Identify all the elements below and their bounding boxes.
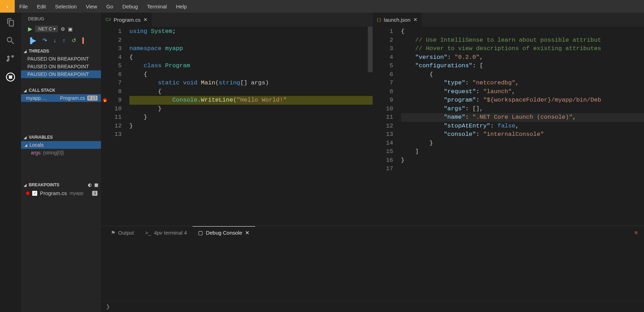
restart-icon[interactable]: ↺ bbox=[72, 37, 76, 44]
menu-view[interactable]: View bbox=[81, 0, 102, 13]
menu-debug[interactable]: Debug bbox=[118, 0, 142, 13]
breakpoints-header[interactable]: ◢BREAKPOINTS ◐▦ bbox=[21, 181, 101, 189]
panel-tabs: ⚑Output>_4pv terminal 4▢Debug Console✕≡ bbox=[101, 226, 644, 240]
json-icon: { } bbox=[377, 17, 381, 22]
minimap[interactable] bbox=[368, 27, 373, 72]
menubar: › FileEditSelectionViewGoDebugTerminalHe… bbox=[0, 0, 644, 13]
debug-console-input[interactable]: ❯ bbox=[101, 301, 644, 312]
bp-remove-icon[interactable]: ▦ bbox=[94, 182, 98, 187]
debug-sidebar: DEBUG ▶ .NET C ▾ ⚙ ▣ ▐▶ ↷ ↓ ↑ ↺ ◢THREADS… bbox=[21, 13, 101, 312]
files-icon[interactable] bbox=[5, 17, 16, 28]
close-icon[interactable]: ✕ bbox=[245, 230, 250, 236]
panel-body[interactable] bbox=[101, 240, 644, 301]
editor-pane-right: { } launch.json ✕ 1234567891011121314151… bbox=[373, 13, 644, 226]
bottom-panel: ⚑Output>_4pv terminal 4▢Debug Console✕≡ … bbox=[101, 226, 644, 312]
panel-tab-output[interactable]: ⚑Output bbox=[105, 226, 140, 239]
breakpoint-dot-icon bbox=[26, 192, 29, 195]
menu-terminal[interactable]: Terminal bbox=[142, 0, 171, 13]
gear-icon[interactable]: ⚙ bbox=[61, 26, 65, 32]
debug-actions: ▐▶ ↷ ↓ ↑ ↺ bbox=[21, 35, 101, 47]
menu-help[interactable]: Help bbox=[171, 0, 191, 13]
panel-tab-debug-console[interactable]: ▢Debug Console✕ bbox=[192, 226, 255, 239]
menu-file[interactable]: File bbox=[15, 0, 32, 13]
tab-launch-json[interactable]: { } launch.json ✕ bbox=[373, 13, 422, 27]
panel-tab-4pv-terminal-4[interactable]: >_4pv terminal 4 bbox=[140, 226, 192, 239]
breakpoint-row[interactable]: ✓ Program.cs myapp 9 bbox=[21, 189, 101, 197]
callstack-header[interactable]: ◢CALL STACK bbox=[21, 86, 101, 94]
locals-header[interactable]: ◢Locals bbox=[21, 141, 101, 149]
panel-action-icon[interactable]: ≡ bbox=[635, 230, 644, 236]
threads-header[interactable]: ◢THREADS bbox=[21, 47, 101, 55]
debug-icon[interactable] bbox=[5, 71, 16, 83]
step-out-icon[interactable]: ↑ bbox=[62, 37, 65, 44]
tab-program-cs[interactable]: C# Program.cs ✕ bbox=[101, 13, 152, 27]
thread-item[interactable]: PAUSED ON BREAKPOINT bbox=[21, 63, 101, 70]
activitybar bbox=[0, 13, 21, 312]
tab-bar: C# Program.cs ✕ bbox=[101, 13, 373, 27]
editor-pane-left: C# Program.cs ✕ 123456789▶10111213 using… bbox=[101, 13, 373, 226]
variable-row[interactable]: args: {string[0]} bbox=[21, 149, 101, 157]
code-editor[interactable]: 1234567891011121314151617 { // Use Intel… bbox=[373, 27, 644, 226]
step-over-icon[interactable]: ↷ bbox=[42, 37, 47, 44]
code-editor[interactable]: 123456789▶10111213 using System;namespac… bbox=[101, 27, 373, 226]
callstack-item[interactable]: myapp.… Program.cs 9:13 bbox=[21, 94, 101, 102]
debug-console-icon[interactable]: ▣ bbox=[68, 26, 73, 32]
stop-icon[interactable] bbox=[82, 37, 84, 44]
menu-selection[interactable]: Selection bbox=[50, 0, 81, 13]
csharp-icon: C# bbox=[106, 17, 111, 22]
debug-toolbar: ▶ .NET C ▾ ⚙ ▣ bbox=[21, 24, 101, 35]
breakpoint-checkbox[interactable]: ✓ bbox=[32, 191, 37, 196]
variables-header[interactable]: ◢VARIABLES bbox=[21, 133, 101, 141]
start-debug-icon[interactable]: ▶ bbox=[28, 26, 32, 32]
menu-edit[interactable]: Edit bbox=[32, 0, 50, 13]
app-logo: › bbox=[0, 0, 15, 13]
menu-go[interactable]: Go bbox=[102, 0, 118, 13]
close-icon[interactable]: ✕ bbox=[143, 17, 148, 22]
search-icon[interactable] bbox=[5, 35, 16, 46]
continue-icon[interactable]: ▐▶ bbox=[28, 37, 36, 44]
source-control-icon[interactable] bbox=[5, 53, 16, 64]
config-dropdown[interactable]: .NET C ▾ bbox=[35, 26, 58, 32]
step-into-icon[interactable]: ↓ bbox=[53, 37, 56, 44]
bp-toggle-icon[interactable]: ◐ bbox=[88, 182, 91, 187]
svg-point-1 bbox=[9, 75, 12, 78]
thread-item[interactable]: PAUSED ON BREAKPOINT bbox=[21, 55, 101, 63]
close-icon[interactable]: ✕ bbox=[413, 17, 418, 22]
sidebar-title: DEBUG bbox=[21, 13, 101, 24]
tab-bar: { } launch.json ✕ bbox=[373, 13, 644, 27]
thread-item[interactable]: PAUSED ON BREAKPOINT bbox=[21, 70, 101, 78]
